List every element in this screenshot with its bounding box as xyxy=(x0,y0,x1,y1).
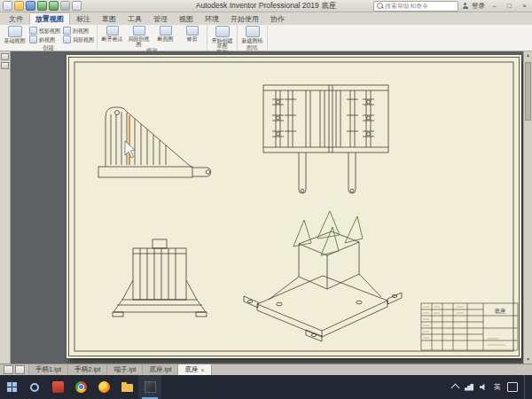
iso-gusset-fins[interactable] xyxy=(293,211,363,255)
title-bar: Autodesk Inventor Professional 2019 底座 搜… xyxy=(0,0,532,12)
minimize-button[interactable]: – xyxy=(489,1,500,12)
start-sketch-button[interactable]: 开始创建草图 xyxy=(210,26,234,49)
title-block: 底座 xyxy=(421,303,518,350)
doc-tab-base-drawing[interactable]: 底座 × xyxy=(178,364,211,375)
scroll-down-icon[interactable]: ▼ xyxy=(524,356,532,364)
system-tray: 英 xyxy=(452,375,532,399)
section-view-icon xyxy=(63,27,71,35)
scroll-up-icon[interactable]: ▲ xyxy=(524,51,532,59)
auxiliary-view-icon xyxy=(29,35,37,43)
search-placeholder: 搜索帮助和命令 xyxy=(385,2,428,11)
tab-get-started[interactable]: 开始使用 xyxy=(225,13,264,25)
base-view-label: 基础视图 xyxy=(4,38,26,43)
save-icon[interactable] xyxy=(26,1,35,11)
tab-close-icon[interactable]: × xyxy=(200,367,204,373)
volume-icon[interactable] xyxy=(480,384,488,391)
tab-tools[interactable]: 工具 xyxy=(122,13,147,25)
document-tab-bar: 手柄1.ipt 手柄2.ipt 端子.ipt 底座.ipt 底座 × xyxy=(0,364,532,375)
taskbar-app-chrome[interactable] xyxy=(69,375,92,399)
group-label-create[interactable]: 创建 xyxy=(3,44,94,51)
open-file-icon[interactable] xyxy=(14,1,24,11)
folder-icon xyxy=(121,384,133,392)
maximize-button[interactable]: □ xyxy=(504,1,515,12)
view-isometric[interactable] xyxy=(244,211,402,341)
slice-label: 断面图 xyxy=(158,36,174,42)
collapsed-browser-panel[interactable] xyxy=(0,51,11,364)
taskbar-file-explorer[interactable] xyxy=(115,375,138,399)
tray-expand-icon[interactable] xyxy=(451,384,460,393)
action-center-icon[interactable] xyxy=(507,382,518,392)
graphics-canvas[interactable]: 底座 ▲ ▼ xyxy=(0,51,532,364)
language-indicator[interactable]: 英 xyxy=(494,382,501,392)
tab-collaborate[interactable]: 协作 xyxy=(265,13,290,25)
tab-sketch[interactable]: 草图 xyxy=(97,13,121,25)
tab-file[interactable]: 文件 xyxy=(4,13,28,25)
auxiliary-view-button[interactable]: 斜视图 xyxy=(29,35,60,43)
show-desktop-button[interactable] xyxy=(524,375,528,399)
new-sheet-button[interactable]: 新建图纸 xyxy=(240,26,264,43)
doc-tab-label: 底座 xyxy=(184,365,198,374)
close-button[interactable]: × xyxy=(519,1,530,12)
undo-icon[interactable] xyxy=(37,1,47,11)
browser-close-icon[interactable] xyxy=(1,53,9,60)
doc-tab-base-part[interactable]: 底座.ipt xyxy=(143,364,178,375)
doc-tab-terminal[interactable]: 端子.ipt xyxy=(107,364,143,375)
tab-place-views[interactable]: 放置视图 xyxy=(29,12,70,25)
user-icon xyxy=(462,3,468,9)
print-icon[interactable] xyxy=(60,1,70,11)
inventor-app-icon xyxy=(145,381,156,393)
ribbon-group-sheets: 新建图纸 图纸 xyxy=(238,25,268,51)
slice-button[interactable]: 断面图 xyxy=(153,26,177,42)
detail-view-button[interactable]: 局部视图 xyxy=(63,35,94,43)
start-sketch-icon xyxy=(215,26,230,37)
cortana-search-button[interactable] xyxy=(23,375,46,399)
break-button[interactable]: 断开画法 xyxy=(100,26,124,42)
break-out-icon xyxy=(133,26,145,35)
detail-view-icon xyxy=(63,35,71,43)
quick-access-toolbar xyxy=(3,1,82,11)
section-view-button[interactable]: 剖视图 xyxy=(63,27,94,35)
view-side-upper-left[interactable] xyxy=(98,107,211,177)
help-search-input[interactable]: 搜索帮助和命令 xyxy=(373,1,458,12)
taskbar-app-red[interactable] xyxy=(46,375,69,399)
vertical-scrollbar[interactable]: ▲ ▼ xyxy=(523,51,532,364)
sheet-list-icon[interactable] xyxy=(15,365,25,374)
firefox-icon xyxy=(98,381,110,393)
view-front-upper-right[interactable] xyxy=(263,85,388,193)
browser-menu-icon[interactable] xyxy=(1,62,9,69)
drawing-sheet[interactable]: 底座 xyxy=(66,55,521,358)
scrollbar-thumb[interactable] xyxy=(525,62,531,121)
sign-in-button[interactable]: 登录 xyxy=(472,2,485,11)
new-file-icon[interactable] xyxy=(3,1,12,11)
network-icon[interactable] xyxy=(465,384,473,391)
ribbon-group-sketch: 开始创建草图 草图 xyxy=(207,25,238,51)
start-button[interactable] xyxy=(0,375,23,399)
doc-tab-handle2[interactable]: 手柄2.ipt xyxy=(68,364,107,375)
base-view-button[interactable]: 基础视图 xyxy=(3,26,27,43)
cortana-icon xyxy=(30,383,39,392)
update-icon[interactable] xyxy=(72,1,82,11)
model-browser-icon[interactable] xyxy=(4,365,13,374)
taskbar-app-inventor[interactable] xyxy=(138,375,161,399)
tab-manage[interactable]: 管理 xyxy=(148,13,173,25)
crop-button[interactable]: 修剪 xyxy=(180,26,204,42)
tab-environments[interactable]: 环境 xyxy=(200,13,224,25)
tab-view[interactable]: 视图 xyxy=(174,13,199,25)
view-front-lower-left[interactable] xyxy=(113,239,207,317)
doc-tab-label: 手柄2.ipt xyxy=(74,365,100,374)
tab-annotate[interactable]: 标注 xyxy=(71,13,96,25)
detail-view-label: 局部视图 xyxy=(73,37,94,43)
break-out-button[interactable]: 局部剖视图 xyxy=(127,26,151,47)
redo-icon[interactable] xyxy=(49,1,59,11)
new-sheet-icon xyxy=(246,26,260,37)
section-view-label: 剖视图 xyxy=(73,28,89,34)
crop-label: 修剪 xyxy=(187,36,198,42)
group-label-sheets[interactable]: 图纸 xyxy=(240,44,264,51)
projected-view-label: 投影视图 xyxy=(39,28,60,34)
doc-tab-handle1[interactable]: 手柄1.ipt xyxy=(29,364,68,375)
taskbar-app-firefox[interactable] xyxy=(92,375,115,399)
titleblock-part-name: 底座 xyxy=(495,308,507,314)
windows-taskbar: 英 xyxy=(0,375,532,399)
windows-logo-icon xyxy=(7,382,17,392)
projected-view-button[interactable]: 投影视图 xyxy=(29,27,60,35)
